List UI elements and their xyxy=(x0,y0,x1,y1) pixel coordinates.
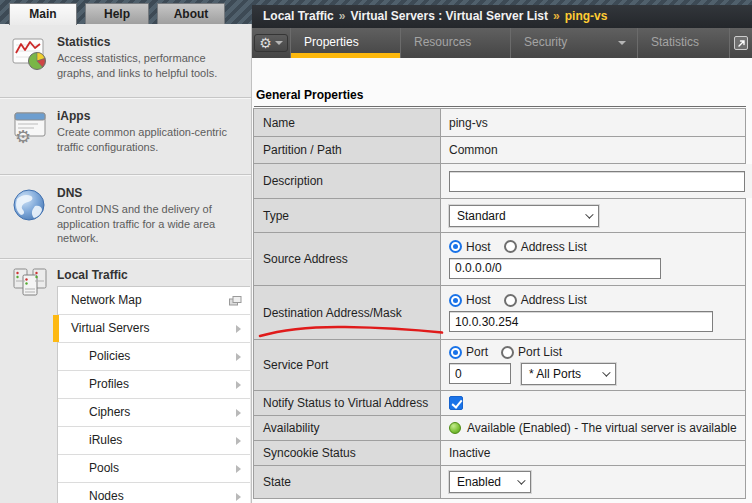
nav-tab-main[interactable]: Main xyxy=(9,3,77,25)
tab-security-label: Security xyxy=(524,35,567,49)
sidebar-statistics-description: Access statistics, performance graphs, a… xyxy=(57,51,243,80)
source-address-input[interactable] xyxy=(449,258,661,279)
field-value-name: ping-vs xyxy=(441,109,745,136)
chevron-down-icon xyxy=(618,41,626,45)
sidebar-item-dns[interactable]: DNS xyxy=(57,186,82,200)
row-name: Name ping-vs xyxy=(254,109,745,137)
iapps-window-gear-icon: ⚙ xyxy=(11,109,49,147)
sidebar-item-local-traffic[interactable]: Local Traffic xyxy=(57,268,128,282)
chevron-right-icon xyxy=(236,493,241,501)
chevron-down-icon xyxy=(517,476,525,484)
availability-status-text: Available (Enabled) - The virtual server… xyxy=(467,421,737,435)
popout-window-icon[interactable] xyxy=(734,36,748,50)
menu-item-label: Policies xyxy=(89,349,130,363)
row-notify-status: Notify Status to Virtual Address xyxy=(254,391,745,416)
description-input[interactable] xyxy=(449,171,745,192)
red-underline-annotation xyxy=(257,324,445,338)
type-select-value: Standard xyxy=(457,209,506,223)
chevron-down-icon xyxy=(275,41,283,45)
menu-item-label: Network Map xyxy=(71,293,142,307)
section-title: General Properties xyxy=(254,88,746,107)
destination-address-input[interactable] xyxy=(449,311,713,332)
active-item-indicator xyxy=(53,315,59,342)
network-map-icon xyxy=(229,296,242,306)
sidebar-section-local-traffic: Local Traffic Network Map Virtual Server… xyxy=(0,258,251,503)
notify-status-checkbox[interactable] xyxy=(449,396,463,410)
state-select[interactable]: Enabled xyxy=(449,471,531,493)
row-description: Description xyxy=(254,164,745,199)
chevron-down-icon xyxy=(585,210,593,218)
type-select[interactable]: Standard xyxy=(449,205,599,227)
field-label-source: Source Address xyxy=(254,233,441,285)
breadcrumb: Local Traffic»Virtual Servers : Virtual … xyxy=(252,5,752,28)
field-label-description: Description xyxy=(254,164,441,198)
field-label-partition: Partition / Path xyxy=(254,137,441,163)
destination-host-label: Host xyxy=(466,293,491,307)
row-availability: Availability Available (Enabled) - The v… xyxy=(254,416,745,441)
nav-tab-help[interactable]: Help xyxy=(85,3,149,24)
dns-globe-icon xyxy=(11,186,49,224)
field-label-notify: Notify Status to Virtual Address xyxy=(254,391,441,415)
sidebar-item-iapps[interactable]: iApps xyxy=(57,109,90,123)
all-ports-select[interactable]: * All Ports xyxy=(521,363,616,385)
general-properties-table: Name ping-vs Partition / Path Common Des… xyxy=(253,108,746,499)
menu-item-irules[interactable]: iRules xyxy=(58,427,250,455)
menu-item-network-map[interactable]: Network Map xyxy=(58,287,250,315)
sidebar-section-statistics: Statistics Access statistics, performanc… xyxy=(0,24,251,97)
breadcrumb-local-traffic[interactable]: Local Traffic xyxy=(263,9,334,23)
row-partition: Partition / Path Common xyxy=(254,137,745,164)
destination-host-radio[interactable] xyxy=(449,294,462,307)
source-host-radio[interactable] xyxy=(449,240,462,253)
local-traffic-menu: Network Map Virtual Servers Policies xyxy=(57,286,250,503)
menu-item-label: Ciphers xyxy=(89,405,130,419)
field-label-syncookie: Syncookie Status xyxy=(254,441,441,465)
menu-item-ciphers[interactable]: Ciphers xyxy=(58,399,250,427)
service-port-input[interactable] xyxy=(449,363,511,384)
sidebar-item-statistics[interactable]: Statistics xyxy=(57,35,110,49)
destination-address-list-radio[interactable] xyxy=(504,294,517,307)
field-label-service-port: Service Port xyxy=(254,340,441,390)
nav-tab-about[interactable]: About xyxy=(157,3,225,24)
page-tab-bar: ⚙ Properties Resources Security Statisti… xyxy=(252,28,752,58)
chevron-right-icon xyxy=(236,437,241,445)
menu-item-label: Virtual Servers xyxy=(71,321,149,335)
bigip-config-page: Main Help About Local Traffic»Virtual Se… xyxy=(0,0,752,503)
local-traffic-servers-icon xyxy=(11,265,49,303)
menu-item-label: Pools xyxy=(89,461,119,475)
source-address-list-radio[interactable] xyxy=(504,240,517,253)
source-address-list-label: Address List xyxy=(521,240,587,254)
menu-item-virtual-servers[interactable]: Virtual Servers xyxy=(58,315,250,343)
sidebar-section-iapps: ⚙ iApps Create common application-centri… xyxy=(0,97,251,174)
field-label-type: Type xyxy=(254,199,441,232)
row-source-address: Source Address Host Address List xyxy=(254,233,745,286)
port-radio[interactable] xyxy=(449,346,462,359)
tab-statistics[interactable]: Statistics xyxy=(637,28,729,58)
menu-item-nodes[interactable]: Nodes xyxy=(58,483,250,503)
row-syncookie: Syncookie Status Inactive xyxy=(254,441,745,466)
chevron-right-icon xyxy=(236,325,241,333)
gear-icon: ⚙ xyxy=(259,36,272,50)
breadcrumb-virtual-server-list[interactable]: Virtual Servers : Virtual Server List xyxy=(350,9,548,23)
field-label-name: Name xyxy=(254,109,441,136)
menu-item-profiles[interactable]: Profiles xyxy=(58,371,250,399)
gear-menu-button[interactable]: ⚙ xyxy=(254,34,288,52)
tab-properties[interactable]: Properties xyxy=(290,28,400,58)
tab-properties-label: Properties xyxy=(304,35,359,49)
sidebar: Statistics Access statistics, performanc… xyxy=(0,24,252,503)
tab-options-cell: ⚙ xyxy=(252,28,290,58)
tab-security[interactable]: Security xyxy=(510,28,637,58)
row-state: State Enabled xyxy=(254,466,745,498)
menu-item-policies[interactable]: Policies xyxy=(58,343,250,371)
chevron-right-icon xyxy=(236,381,241,389)
port-list-radio[interactable] xyxy=(501,346,514,359)
chevron-down-icon xyxy=(602,368,610,376)
port-list-radio-label: Port List xyxy=(518,345,562,359)
tab-resources[interactable]: Resources xyxy=(400,28,510,58)
field-value-partition: Common xyxy=(441,137,745,163)
availability-status-icon xyxy=(449,422,461,434)
row-destination-address: Destination Address/Mask Host Address Li… xyxy=(254,286,745,340)
menu-item-pools[interactable]: Pools xyxy=(58,455,250,483)
sidebar-dns-description: Control DNS and the delivery of applicat… xyxy=(57,202,243,246)
menu-item-label: Profiles xyxy=(89,377,129,391)
menu-item-label: iRules xyxy=(89,433,122,447)
